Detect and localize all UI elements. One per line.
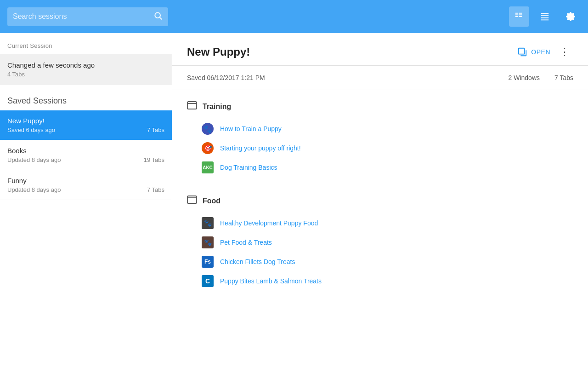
session-meta: Updated 8 days ago 7 Tabs — [7, 186, 164, 193]
svg-rect-5 — [519, 13, 522, 14]
svg-rect-7 — [519, 16, 522, 17]
session-info-bar: Saved 06/12/2017 1:21 PM 2 Windows 7 Tab… — [172, 66, 588, 90]
tab-item: AKC Dog Training Basics — [187, 158, 573, 177]
grid-view-button[interactable] — [509, 6, 529, 27]
session-title: Books — [7, 147, 164, 155]
current-session-tabs: 4 Tabs — [7, 71, 164, 78]
tab-favicon: 🐾 — [202, 236, 214, 248]
windows-count: 2 Windows — [509, 74, 540, 81]
svg-rect-13 — [187, 102, 197, 109]
svg-rect-15 — [187, 196, 197, 203]
session-item-books[interactable]: Books Updated 8 days ago 19 Tabs — [0, 140, 172, 170]
tab-item: Fs Chicken Fillets Dog Treats — [187, 252, 573, 271]
session-detail-title: New Puppy! — [187, 46, 512, 58]
session-saved-date: Saved 06/12/2017 1:21 PM — [187, 74, 265, 81]
svg-line-1 — [160, 17, 162, 19]
current-session-card[interactable]: Changed a few seconds ago 4 Tabs — [0, 54, 172, 85]
saved-sessions-label: Saved Sessions — [0, 89, 172, 110]
windows-tabs-count: 2 Windows 7 Tabs — [509, 74, 573, 81]
window-group-food: Food 🐾 Healthy Development Puppy Food 🐾 … — [172, 184, 588, 298]
current-session-title: Changed a few seconds ago — [7, 61, 164, 69]
search-icon — [153, 11, 163, 23]
tab-item: 🐾 Pet Food & Treats — [187, 233, 573, 252]
settings-button[interactable] — [560, 6, 581, 27]
session-title: Funny — [7, 177, 164, 184]
svg-rect-4 — [515, 16, 518, 17]
session-meta: Saved 6 days ago 7 Tabs — [7, 126, 164, 133]
header — [0, 0, 588, 33]
tab-link[interactable]: Healthy Development Puppy Food — [220, 219, 318, 227]
svg-rect-8 — [541, 13, 549, 14]
tab-favicon: 🐾 — [202, 123, 214, 135]
window-icon — [187, 196, 197, 206]
main-header: New Puppy! OPEN ⋮ — [172, 33, 588, 66]
window-header-food: Food — [187, 196, 573, 206]
tab-item: 🐾 Healthy Development Puppy Food — [187, 213, 573, 233]
list-view-button[interactable] — [535, 6, 555, 27]
svg-rect-11 — [541, 19, 549, 20]
more-options-button[interactable]: ⋮ — [556, 44, 573, 60]
session-title: New Puppy! — [7, 117, 164, 125]
tab-item: C Puppy Bites Lamb & Salmon Treats — [187, 271, 573, 291]
tab-link[interactable]: Starting your puppy off right! — [220, 144, 301, 152]
tab-favicon: AKC — [202, 161, 214, 173]
session-date: Updated 8 days ago — [7, 156, 61, 163]
svg-rect-9 — [541, 15, 549, 16]
session-date: Updated 8 days ago — [7, 186, 61, 193]
tab-favicon: Fs — [202, 256, 214, 268]
session-date: Saved 6 days ago — [7, 126, 55, 133]
open-button[interactable]: OPEN — [517, 47, 550, 57]
sidebar: Current Session Changed a few seconds ag… — [0, 33, 172, 368]
tabs-count: 7 Tabs — [554, 74, 573, 81]
window-group-training: Training 🐾 How to Train a Puppy 🎯 Starti… — [172, 90, 588, 184]
svg-rect-10 — [541, 17, 549, 18]
svg-rect-3 — [515, 14, 518, 15]
tab-item: 🎯 Starting your puppy off right! — [187, 138, 573, 158]
main-panel: New Puppy! OPEN ⋮ Saved 06/12/2017 1:21 … — [172, 33, 588, 368]
tab-favicon: C — [202, 275, 214, 287]
search-box — [7, 7, 168, 26]
session-item-funny[interactable]: Funny Updated 8 days ago 7 Tabs — [0, 170, 172, 200]
window-icon — [187, 101, 197, 112]
tab-link[interactable]: Puppy Bites Lamb & Salmon Treats — [220, 277, 322, 285]
svg-rect-12 — [519, 48, 525, 54]
tab-favicon: 🎯 — [202, 142, 214, 154]
svg-rect-6 — [519, 14, 522, 15]
tab-link[interactable]: Chicken Fillets Dog Treats — [220, 258, 295, 265]
session-tabs: 19 Tabs — [144, 156, 164, 163]
tab-link[interactable]: Pet Food & Treats — [220, 239, 272, 246]
search-input[interactable] — [13, 12, 150, 21]
session-item-new-puppy[interactable]: New Puppy! Saved 6 days ago 7 Tabs — [0, 110, 172, 140]
session-meta: Updated 8 days ago 19 Tabs — [7, 156, 164, 163]
window-header-training: Training — [187, 101, 573, 112]
session-tabs: 7 Tabs — [147, 186, 164, 193]
window-label: Training — [203, 103, 231, 111]
tab-link[interactable]: How to Train a Puppy — [220, 125, 282, 132]
window-label: Food — [203, 197, 220, 205]
svg-point-0 — [155, 12, 160, 18]
open-button-label: OPEN — [531, 48, 550, 56]
tab-favicon: 🐾 — [202, 217, 214, 229]
main-layout: Current Session Changed a few seconds ag… — [0, 33, 588, 368]
svg-rect-2 — [515, 13, 518, 14]
current-section-label: Current Session — [0, 42, 172, 54]
session-tabs: 7 Tabs — [147, 126, 164, 133]
tab-link[interactable]: Dog Training Basics — [220, 164, 277, 171]
tab-item: 🐾 How to Train a Puppy — [187, 119, 573, 138]
